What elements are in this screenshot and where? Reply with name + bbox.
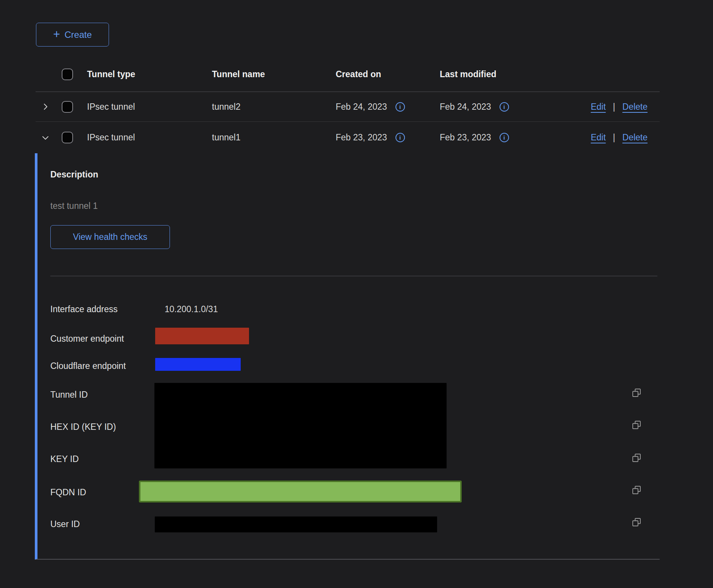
cloudflare-endpoint-redacted-value xyxy=(155,358,241,371)
key-id-label: KEY ID xyxy=(50,454,79,464)
row-checkbox[interactable] xyxy=(62,132,73,143)
edit-link[interactable]: Edit xyxy=(591,132,606,143)
fqdn-id-redacted-value xyxy=(139,481,462,502)
copy-icon[interactable] xyxy=(631,452,642,464)
info-icon[interactable]: i xyxy=(395,102,405,112)
tunnels-page: + Create Tunnel type Tunnel name Created… xyxy=(0,0,713,588)
header-tunnel-type: Tunnel type xyxy=(87,69,212,79)
header-last-modified: Last modified xyxy=(440,69,561,79)
action-separator: | xyxy=(613,132,615,143)
tunnel-type-cell: IPsec tunnel xyxy=(87,102,212,112)
plus-icon: + xyxy=(53,28,60,40)
view-health-checks-button[interactable]: View health checks xyxy=(50,225,170,249)
copy-icon[interactable] xyxy=(631,484,642,496)
cloudflare-endpoint-label: Cloudflare endpoint xyxy=(50,361,126,371)
description-value: test tunnel 1 xyxy=(50,201,98,211)
action-separator: | xyxy=(613,102,615,112)
edit-link[interactable]: Edit xyxy=(591,102,606,112)
delete-link[interactable]: Delete xyxy=(623,132,648,143)
copy-icon[interactable] xyxy=(631,387,642,398)
description-label: Description xyxy=(50,170,98,180)
copy-icon[interactable] xyxy=(631,516,642,528)
tunnel-detail-panel: Description test tunnel 1 View health ch… xyxy=(35,153,660,560)
row-checkbox[interactable] xyxy=(62,101,73,113)
header-tunnel-name: Tunnel name xyxy=(212,69,336,79)
delete-link[interactable]: Delete xyxy=(623,102,648,112)
user-id-label: User ID xyxy=(50,519,80,529)
table-row: IPsec tunnel tunnel1 Feb 23, 2023 i Feb … xyxy=(36,122,660,153)
last-modified-cell: Feb 24, 2023 xyxy=(440,102,491,112)
tunnel-type-cell: IPsec tunnel xyxy=(87,132,212,143)
created-on-cell: Feb 24, 2023 xyxy=(336,102,387,112)
info-icon[interactable]: i xyxy=(500,133,509,142)
tunnel-id-label: Tunnel ID xyxy=(50,390,88,400)
section-divider xyxy=(50,276,657,276)
chevron-down-icon[interactable] xyxy=(40,132,51,143)
copy-icon[interactable] xyxy=(631,419,642,431)
hex-id-label: HEX ID (KEY ID) xyxy=(50,422,116,432)
tunnel-name-cell: tunnel2 xyxy=(212,102,336,112)
table-header-row: Tunnel type Tunnel name Created on Last … xyxy=(36,57,660,92)
info-icon[interactable]: i xyxy=(395,133,405,142)
table-row: IPsec tunnel tunnel2 Feb 24, 2023 i Feb … xyxy=(36,92,660,122)
last-modified-cell: Feb 23, 2023 xyxy=(440,132,491,143)
user-id-redacted-value xyxy=(155,516,437,532)
header-created-on: Created on xyxy=(336,69,440,79)
interface-address-label: Interface address xyxy=(50,304,118,314)
info-icon[interactable]: i xyxy=(500,102,509,112)
create-button[interactable]: + Create xyxy=(36,23,109,47)
customer-endpoint-label: Customer endpoint xyxy=(50,334,124,344)
fqdn-id-label: FQDN ID xyxy=(50,487,86,498)
tunnels-table: Tunnel type Tunnel name Created on Last … xyxy=(36,57,660,153)
tunnel-ids-redacted-block xyxy=(154,383,447,468)
tunnel-name-cell: tunnel1 xyxy=(212,132,336,143)
created-on-cell: Feb 23, 2023 xyxy=(336,132,387,143)
interface-address-value: 10.200.1.0/31 xyxy=(165,304,218,314)
chevron-right-icon[interactable] xyxy=(40,101,51,112)
create-button-label: Create xyxy=(65,30,92,40)
customer-endpoint-redacted-value xyxy=(155,328,249,344)
select-all-checkbox[interactable] xyxy=(62,68,73,80)
